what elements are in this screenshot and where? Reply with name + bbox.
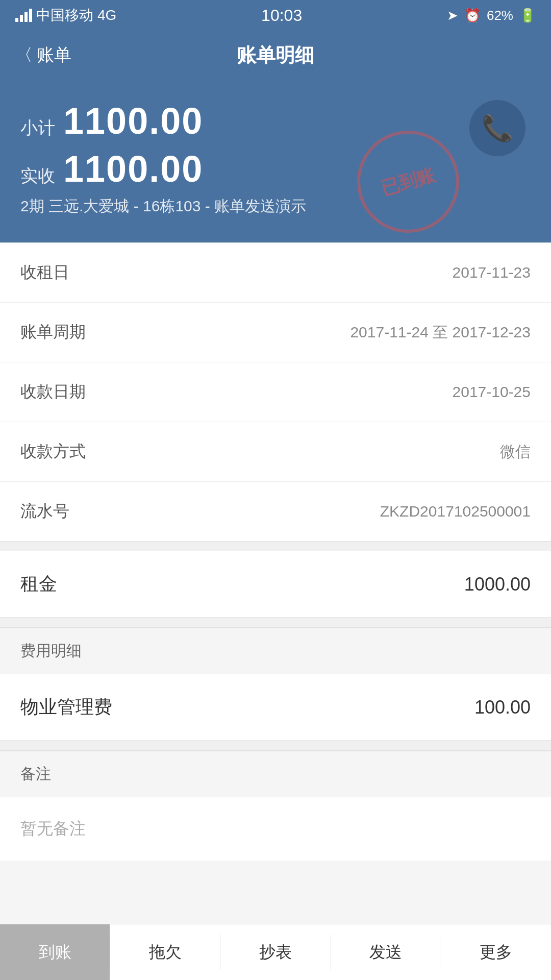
payment-date-row: 收款日期 2017-10-25 xyxy=(0,362,551,422)
rent-date-key: 收租日 xyxy=(20,261,69,284)
tab-more-label: 更多 xyxy=(480,941,512,964)
payment-method-row: 收款方式 微信 xyxy=(0,422,551,482)
fee-section-header: 费用明细 xyxy=(0,628,551,674)
tab-more[interactable]: 更多 xyxy=(441,924,551,980)
payment-method-key: 收款方式 xyxy=(20,440,86,463)
tab-bar: 到账 拖欠 抄表 发送 更多 xyxy=(0,924,551,980)
actual-row: 实收 1100.00 xyxy=(20,148,531,190)
location-icon: ➤ xyxy=(447,8,458,23)
rent-item-label: 租金 xyxy=(20,572,57,597)
nav-bar: 〈 账单 账单明细 xyxy=(0,31,551,80)
management-fee-label: 物业管理费 xyxy=(20,695,112,720)
tab-send[interactable]: 发送 xyxy=(331,924,441,980)
rent-item-value: 1000.00 xyxy=(464,574,531,595)
header-info: 2期 三远.大爱城 - 16栋103 - 账单发送演示 xyxy=(20,196,531,217)
status-bar: 中国移动 4G 10:03 ➤ ⏰ 62% 🔋 xyxy=(0,0,551,31)
remarks-title: 备注 xyxy=(20,765,51,782)
signal-icon xyxy=(15,9,32,22)
divider-2 xyxy=(0,618,551,628)
tab-arrived[interactable]: 到账 xyxy=(0,924,110,980)
back-chevron-icon: 〈 xyxy=(15,43,33,67)
subtotal-label: 小计 xyxy=(20,116,55,140)
back-label: 账单 xyxy=(37,43,71,67)
payment-date-value: 2017-10-25 xyxy=(453,383,531,401)
billing-period-row: 账单周期 2017-11-24 至 2017-12-23 xyxy=(0,303,551,362)
battery-label: 62% xyxy=(487,8,513,23)
tab-meter[interactable]: 抄表 xyxy=(220,924,330,980)
billing-period-value: 2017-11-24 至 2017-12-23 xyxy=(350,322,531,343)
divider-3 xyxy=(0,741,551,751)
fee-items-section: 物业管理费 100.00 xyxy=(0,674,551,741)
management-fee-row: 物业管理费 100.00 xyxy=(0,674,551,741)
carrier-label: 中国移动 xyxy=(36,6,93,25)
management-fee-value: 100.00 xyxy=(474,697,531,718)
rent-date-row: 收租日 2017-11-23 xyxy=(0,243,551,303)
rent-date-value: 2017-11-23 xyxy=(453,264,531,281)
remarks-content: 暂无备注 xyxy=(0,797,551,861)
tab-send-label: 发送 xyxy=(369,941,402,964)
phone-button[interactable]: 📞 xyxy=(469,100,525,156)
battery-icon: 🔋 xyxy=(519,8,536,23)
actual-amount: 1100.00 xyxy=(63,148,203,190)
tab-meter-label: 抄表 xyxy=(259,941,292,964)
divider-1 xyxy=(0,541,551,551)
status-left: 中国移动 4G xyxy=(15,6,116,25)
transaction-id-row: 流水号 ZKZD2017102500001 xyxy=(0,482,551,541)
remarks-header: 备注 xyxy=(0,751,551,797)
network-label: 4G xyxy=(97,7,116,23)
rent-section: 租金 1000.00 xyxy=(0,551,551,618)
status-right: ➤ ⏰ 62% 🔋 xyxy=(447,8,536,23)
fee-section-title: 费用明细 xyxy=(20,642,82,659)
phone-icon: 📞 xyxy=(482,113,513,143)
remarks-placeholder: 暂无备注 xyxy=(20,819,86,838)
back-button[interactable]: 〈 账单 xyxy=(15,43,71,67)
subtotal-amount: 1100.00 xyxy=(63,100,203,142)
alarm-icon: ⏰ xyxy=(464,8,481,23)
actual-label: 实收 xyxy=(20,164,55,188)
rent-item-row: 租金 1000.00 xyxy=(0,551,551,618)
tab-overdue-label: 拖欠 xyxy=(149,941,182,964)
tab-arrived-label: 到账 xyxy=(39,941,71,964)
subtotal-row: 小计 1100.00 xyxy=(20,100,531,142)
transaction-id-value: ZKZD2017102500001 xyxy=(380,503,531,520)
page-title: 账单明细 xyxy=(237,42,314,68)
time-label: 10:03 xyxy=(261,6,302,25)
billing-period-key: 账单周期 xyxy=(20,321,86,344)
payment-date-key: 收款日期 xyxy=(20,381,86,403)
info-table: 收租日 2017-11-23 账单周期 2017-11-24 至 2017-12… xyxy=(0,242,551,541)
payment-method-value: 微信 xyxy=(500,442,531,462)
transaction-id-key: 流水号 xyxy=(20,500,69,523)
tab-overdue[interactable]: 拖欠 xyxy=(110,924,220,980)
header-section: 小计 1100.00 实收 1100.00 2期 三远.大爱城 - 16栋103… xyxy=(0,80,551,242)
